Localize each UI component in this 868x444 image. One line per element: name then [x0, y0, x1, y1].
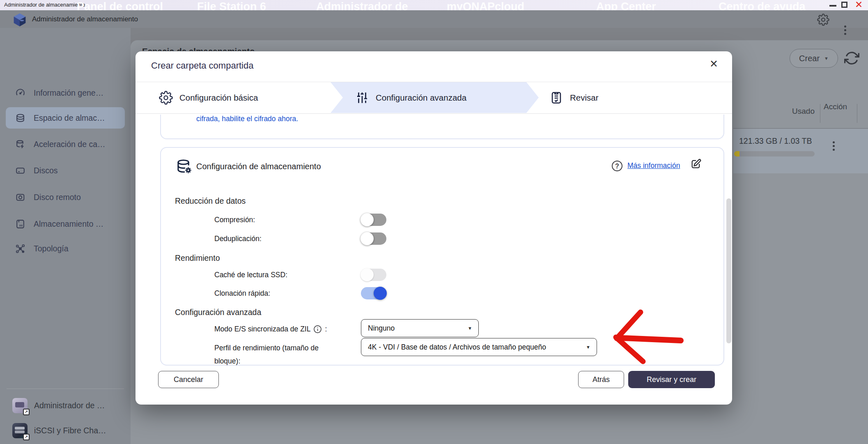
fast-clone-label: Clonación rápida:	[214, 289, 270, 298]
performance-profile-label: Perfil de rendimiento (tamaño de bloque)…	[214, 341, 338, 368]
taskbar-item-file-station[interactable]: File Station 6	[197, 0, 266, 10]
sidebar-item-aceleracion-de-cache[interactable]: Aceleración de ca…	[0, 135, 131, 153]
close-icon[interactable]: ✕	[710, 58, 718, 70]
wizard-steps: Configuración básica Configuración avanz…	[135, 82, 732, 113]
review-checklist-icon	[549, 91, 563, 105]
zil-label-row: Modo E/S sincronizada de ZIL :	[214, 325, 327, 334]
cache-acceleration-icon	[15, 139, 26, 150]
remote-disk-icon	[15, 192, 26, 203]
create-button[interactable]: Crear ▼	[790, 49, 838, 68]
dialog-title: Crear carpeta compartida	[151, 60, 253, 71]
column-header-accion[interactable]: Acción	[824, 101, 848, 112]
sidebar-item-iscsi-fibre-channel[interactable]: ↗ iSCSI y Fibre Cha…	[0, 421, 131, 439]
more-info-link[interactable]: Más información	[627, 161, 680, 170]
external-app-icon: ↗	[12, 423, 28, 438]
storage-settings-icon	[176, 158, 194, 176]
screen: Administrador de almacenamiento Panel de…	[0, 0, 868, 444]
capacity-progress-bar	[734, 151, 815, 156]
column-divider	[857, 104, 857, 123]
table-header-underline	[733, 128, 868, 129]
sliders-icon	[355, 91, 369, 105]
encryption-card: cifrada, habilite el cifrado ahora.	[160, 115, 724, 139]
modal-scrollbar-thumb[interactable]	[726, 198, 731, 343]
gear-icon	[159, 91, 173, 105]
gear-icon[interactable]	[817, 14, 829, 26]
external-link-icon: ↗	[23, 434, 30, 440]
group-heading-advanced: Configuración avanzada	[175, 308, 261, 317]
taskbar-item-panel-de-control[interactable]: Panel de control	[77, 0, 163, 10]
external-storage-icon	[15, 219, 26, 230]
taskbar-item-app-center[interactable]: App Center	[596, 0, 656, 10]
desktop-taskbar: Administrador de almacenamiento Panel de…	[0, 0, 868, 10]
compression-label: Compresión:	[214, 216, 255, 224]
create-shared-folder-dialog: Crear carpeta compartida ✕ Configuración…	[135, 51, 732, 405]
compression-toggle[interactable]	[361, 214, 386, 226]
refresh-icon[interactable]	[844, 51, 859, 66]
group-heading-performance: Rendimiento	[175, 253, 220, 263]
zil-colon: :	[325, 325, 327, 334]
info-icon[interactable]	[313, 325, 322, 334]
sidebar-item-topologia[interactable]: Topología	[0, 239, 131, 258]
sidebar-item-espacio-de-almacenamiento[interactable]: Espacio de almac…	[0, 109, 131, 127]
topology-icon	[15, 243, 26, 254]
taskbar-item-myqnapcloud[interactable]: myQNAPcloud	[447, 0, 524, 10]
maximize-icon[interactable]	[841, 2, 847, 8]
app-header: Administrador de almacenamiento	[0, 10, 868, 28]
sidebar-divider	[7, 389, 124, 389]
capacity-progress-fill	[734, 151, 739, 156]
deduplication-toggle[interactable]	[361, 232, 386, 245]
window-title: Administrador de almacenamiento	[4, 2, 85, 8]
used-capacity-value: 121.33 GB / 1.03 TB	[739, 136, 812, 146]
column-header-usado[interactable]: Usado	[772, 107, 815, 116]
disk-icon	[15, 165, 26, 176]
back-button[interactable]: Atrás	[578, 371, 624, 388]
chevron-down-icon: ▼	[824, 56, 829, 61]
encryption-note-link[interactable]: cifrada, habilite el cifrado ahora.	[196, 115, 298, 123]
sidebar-item-informacion-general[interactable]: Información gene…	[0, 84, 131, 102]
sidebar-item-discos[interactable]: Discos	[0, 161, 131, 179]
sidebar-item-disco-remoto[interactable]: Disco remoto	[0, 188, 131, 206]
close-window-icon[interactable]: ✕	[855, 0, 863, 10]
external-link-icon: ↗	[23, 409, 30, 415]
chevron-down-icon: ▼	[468, 326, 472, 331]
sidebar-item-almacenamiento-externo[interactable]: Almacenamiento …	[0, 215, 131, 233]
cancel-button[interactable]: Cancelar	[158, 371, 219, 388]
chevron-down-icon: ▼	[586, 345, 590, 350]
section-title: Configuración de almacenamiento	[196, 162, 321, 171]
app-title: Administrador de almacenamiento	[32, 15, 138, 23]
column-divider	[820, 104, 820, 123]
sidebar: Información gene… Espacio de almac… Acel…	[0, 28, 131, 444]
step-revisar[interactable]: Revisar	[549, 82, 599, 113]
deduplication-label: Deduplicación:	[214, 235, 262, 243]
taskbar-item-centro-de-ayuda[interactable]: Centro de ayuda	[719, 0, 806, 10]
step-configuracion-avanzada[interactable]: Configuración avanzada	[355, 82, 466, 113]
edit-icon[interactable]	[690, 158, 702, 170]
storage-pool-icon	[15, 113, 26, 124]
help-icon[interactable]: ?	[612, 161, 622, 171]
group-heading-data-reduction: Reducción de datos	[175, 196, 246, 206]
sidebar-item-administrador-externo[interactable]: ↗ Administrador de …	[0, 396, 131, 414]
external-app-icon: ↗	[12, 398, 28, 413]
step-configuracion-basica[interactable]: Configuración básica	[159, 82, 258, 113]
zil-label: Modo E/S sincronizada de ZIL	[214, 325, 310, 334]
taskbar-item-administrador[interactable]: Administrador de	[316, 0, 408, 10]
header-kebab-menu-icon[interactable]	[844, 25, 846, 28]
app-logo-cube-icon	[12, 12, 27, 27]
ssd-cache-label: Caché de lectura SSD:	[214, 271, 287, 279]
red-annotation-arrow	[606, 307, 692, 366]
row-kebab-menu-icon[interactable]	[833, 141, 835, 143]
ssd-cache-toggle[interactable]	[361, 269, 386, 281]
page-title: Espacio de almacenamiento	[142, 46, 347, 51]
zil-mode-select[interactable]: Ninguno ▼	[361, 319, 479, 337]
performance-profile-select[interactable]: 4K - VDI / Base de datos / Archivos de t…	[361, 338, 597, 356]
review-and-create-button[interactable]: Revisar y crear	[628, 371, 715, 388]
minimize-icon[interactable]	[829, 5, 836, 7]
gauge-icon	[15, 87, 26, 99]
fast-clone-toggle[interactable]	[361, 287, 386, 299]
